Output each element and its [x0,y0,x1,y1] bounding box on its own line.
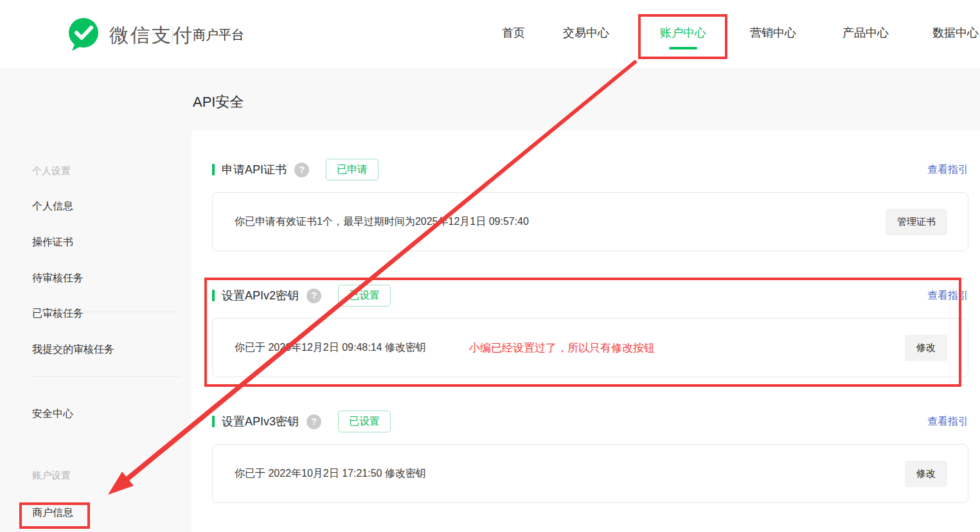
product-name: 商户平台 [193,26,244,44]
brand-name: 微信支付 [109,22,194,49]
wechat-pay-logo-icon [66,17,101,51]
sidebar: 个人设置 个人信息 操作证书 待审核任务 已审核任务 我提交的审核任务 安全中心… [0,69,183,532]
section-accent-bar [212,290,215,301]
apiv2-key-status-text: 你已于 2020年12月2日 09:48:14 修改密钥 [235,341,426,355]
sidebar-divider [32,376,180,377]
nav-item-trade-center[interactable]: 交易中心 [563,25,609,40]
nav-item-label: 账户中心 [660,26,706,39]
page-title: API安全 [193,93,244,112]
sidebar-item-personal-info[interactable]: 个人信息 [32,200,73,213]
sidebar-divider [32,312,180,312]
api-security-card: 申请API证书 ? 已申请 查看指引 你已申请有效证书1个，最早过期时间为202… [192,130,980,532]
section-title: 设置APIv2密钥 [222,288,299,303]
section-apiv3-key: 设置APIv3密钥 ? 已设置 查看指引 你已于 2022年10月2日 17:2… [212,411,968,503]
wechat-pay-merchant-page: 微信支付 商户平台 首页 交易中心 账户中心 营销中心 产品中心 数据中心 个人… [0,0,980,532]
top-header: 微信支付 商户平台 首页 交易中心 账户中心 营销中心 产品中心 数据中心 [0,0,980,69]
sidebar-item-operation-certificate[interactable]: 操作证书 [32,236,73,249]
section-header: 设置APIv2密钥 ? 已设置 查看指引 [212,285,968,306]
info-box: 你已申请有效证书1个，最早过期时间为2025年12月1日 09:57:40 管理… [212,192,968,251]
annotation-note-text: 小编已经设置过了，所以只有修改按钮 [469,341,655,355]
section-api-certificate: 申请API证书 ? 已申请 查看指引 你已申请有效证书1个，最早过期时间为202… [212,159,968,251]
nav-item-account-center[interactable]: 账户中心 [660,25,706,40]
sidebar-group-personal-settings: 个人设置 [32,164,71,177]
sidebar-item-merchant-info[interactable]: 商户信息 [32,506,73,519]
top-navigation: 首页 交易中心 账户中心 营销中心 产品中心 数据中心 [502,25,979,40]
brand-divider [172,27,173,42]
status-badge: 已设置 [338,411,391,432]
view-guide-link[interactable]: 查看指引 [927,289,968,303]
section-title: 设置APIv3密钥 [222,414,299,429]
modify-apiv2-key-button[interactable]: 修改 [905,335,947,361]
info-box: 你已于 2020年12月2日 09:48:14 修改密钥 小编已经设置过了，所以… [212,318,968,377]
help-icon[interactable]: ? [294,163,309,177]
help-icon[interactable]: ? [307,288,321,303]
section-title: 申请API证书 [222,162,287,177]
nav-item-marketing-center[interactable]: 营销中心 [750,25,796,40]
section-header: 设置APIv3密钥 ? 已设置 查看指引 [212,411,968,432]
section-accent-bar [212,164,215,175]
sidebar-item-security-center[interactable]: 安全中心 [32,407,73,420]
sidebar-group-account-settings: 账户设置 [32,469,71,482]
certificate-status-text: 你已申请有效证书1个，最早过期时间为2025年12月1日 09:57:40 [235,215,529,229]
section-apiv2-key: 设置APIv2密钥 ? 已设置 查看指引 你已于 2020年12月2日 09:4… [212,285,968,377]
apiv3-key-status-text: 你已于 2022年10月2日 17:21:50 修改密钥 [235,467,426,481]
modify-apiv3-key-button[interactable]: 修改 [905,461,947,487]
nav-item-data-center[interactable]: 数据中心 [932,25,979,40]
status-badge: 已设置 [338,285,391,306]
nav-item-home[interactable]: 首页 [502,25,525,40]
help-icon[interactable]: ? [307,414,321,429]
sidebar-item-my-submitted-tasks[interactable]: 我提交的审核任务 [32,343,114,356]
active-nav-underline [669,47,697,49]
section-accent-bar [212,416,215,427]
status-badge: 已申请 [326,159,379,181]
info-box: 你已于 2022年10月2日 17:21:50 修改密钥 修改 [212,444,968,503]
sidebar-item-pending-review-tasks[interactable]: 待审核任务 [32,272,84,285]
nav-item-product-center[interactable]: 产品中心 [842,25,889,40]
manage-certificate-button[interactable]: 管理证书 [886,209,947,235]
section-header: 申请API证书 ? 已申请 查看指引 [212,159,968,181]
sidebar-item-reviewed-tasks[interactable]: 已审核任务 [32,307,84,320]
view-guide-link[interactable]: 查看指引 [927,415,968,429]
view-guide-link[interactable]: 查看指引 [927,163,968,177]
